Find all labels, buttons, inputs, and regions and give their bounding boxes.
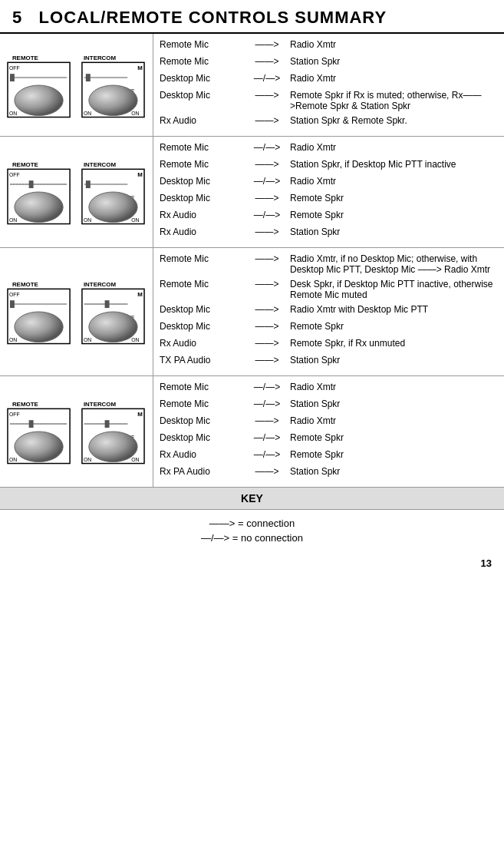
svg-text:OFF: OFF	[9, 412, 20, 417]
panel-graphic-4: REMOTE OFF ON INTERCOM M OFF ON ON	[0, 376, 153, 487]
svg-point-47	[89, 312, 137, 342]
signal-table-2: Remote Mic—/—>Radio XmtrRemote Mic——>Sta…	[153, 137, 504, 247]
svg-text:ON: ON	[9, 217, 17, 223]
signal-destination: Remote Spkr, if Rx unmuted	[290, 337, 498, 349]
signal-source: Desktop Mic	[160, 192, 244, 203]
signal-row: Desktop Mic—/—>Radio Xmtr	[160, 72, 498, 86]
signal-source: Desktop Mic	[160, 72, 244, 84]
signal-source: Rx PA Audio	[160, 465, 244, 477]
signal-table-1: Remote Mic——>Radio XmtrRemote Mic——>Stat…	[153, 34, 504, 136]
svg-point-30	[89, 192, 137, 223]
svg-rect-64	[105, 420, 110, 428]
svg-point-5	[15, 85, 63, 116]
svg-point-56	[15, 432, 63, 462]
signal-row: Rx Audio—/—>Remote Spkr	[160, 209, 498, 223]
signal-destination: Radio Xmtr, if no Desktop Mic; otherwise…	[290, 253, 498, 275]
svg-rect-29	[86, 180, 91, 188]
signal-row: Remote Mic—/—>Radio Xmtr	[160, 381, 498, 395]
signal-destination: Station Spkr	[290, 398, 498, 409]
page-title: 5 LOCAL/REMOTE CONTROLS SUMMARY	[12, 8, 492, 28]
svg-point-13	[89, 85, 137, 116]
svg-text:M: M	[137, 171, 143, 178]
signal-destination: Remote Spkr	[290, 432, 498, 443]
signal-row: Desktop Mic——>Radio Xmtr	[160, 415, 498, 428]
signal-arrow: —/—>	[244, 209, 290, 220]
panel-graphic-3: REMOTE OFF ON INTERCOM M OFF ON ON	[0, 248, 153, 375]
svg-text:ON: ON	[131, 457, 139, 462]
svg-text:ON: ON	[9, 110, 17, 115]
signal-source: Remote Mic	[160, 381, 244, 392]
signal-row: Desktop Mic——>Radio Xmtr with Desktop Mi…	[160, 303, 498, 317]
signal-source: Desktop Mic	[160, 432, 244, 443]
svg-text:REMOTE: REMOTE	[12, 161, 38, 168]
svg-text:REMOTE: REMOTE	[12, 281, 38, 288]
signal-source: Rx Audio	[160, 209, 244, 220]
signal-row: Remote Mic——>Radio Xmtr, if no Desktop M…	[160, 253, 498, 275]
signal-row: Desktop Mic——>Remote Spkr	[160, 320, 498, 334]
signal-arrow: ——>	[244, 192, 290, 203]
signal-arrow: ——>	[244, 114, 290, 126]
signal-table-4: Remote Mic—/—>Radio XmtrRemote Mic—/—>St…	[153, 376, 504, 487]
svg-text:OFF: OFF	[9, 172, 20, 177]
signal-row: Remote Mic——>Station Spkr, if Desktop Mi…	[160, 158, 498, 172]
svg-point-38	[15, 312, 63, 342]
panel-graphic-2: REMOTE OFF ON INTERCOM M OFF ON ON	[0, 137, 153, 247]
signal-destination: Remote Spkr	[290, 320, 498, 332]
section-row-1: REMOTE OFF ON INTERCOM M OFF ON ON	[0, 34, 504, 137]
signal-arrow: —/—>	[244, 432, 290, 443]
svg-text:M: M	[137, 291, 143, 298]
svg-rect-46	[105, 300, 110, 308]
svg-text:REMOTE: REMOTE	[12, 55, 38, 61]
signal-arrow: ——>	[244, 226, 290, 237]
svg-text:ON: ON	[84, 457, 91, 462]
signal-destination: Station Spkr	[290, 55, 498, 67]
signal-source: TX PA Audio	[160, 354, 244, 366]
signal-row: Remote Mic—/—>Radio Xmtr	[160, 141, 498, 155]
signal-destination: Station Spkr	[290, 465, 498, 477]
svg-rect-21	[29, 180, 34, 188]
svg-text:ON: ON	[131, 337, 139, 342]
signal-destination: Station Spkr	[290, 354, 498, 366]
signal-destination: Radio Xmtr with Desktop Mic PTT	[290, 303, 498, 315]
svg-text:ON: ON	[84, 110, 91, 115]
signal-source: Rx Audio	[160, 337, 244, 349]
key-section: KEY	[0, 488, 504, 510]
key-legend-connection: ——> = connection	[8, 518, 496, 529]
signal-arrow: —/—>	[244, 398, 290, 409]
signal-row: Desktop Mic——>Remote Spkr	[160, 192, 498, 206]
svg-rect-12	[86, 74, 91, 81]
signal-source: Remote Mic	[160, 253, 244, 264]
signal-source: Remote Mic	[160, 141, 244, 153]
svg-text:OFF: OFF	[9, 65, 20, 71]
signal-source: Remote Mic	[160, 55, 244, 67]
svg-text:ON: ON	[9, 337, 17, 342]
signal-arrow: —/—>	[244, 175, 290, 187]
svg-text:ON: ON	[131, 110, 139, 115]
signal-destination: Radio Xmtr	[290, 415, 498, 426]
signal-source: Remote Mic	[160, 398, 244, 409]
signal-row: Rx Audio——>Station Spkr	[160, 226, 498, 240]
signal-row: Rx Audio——>Station Spkr & Remote Spkr.	[160, 114, 498, 128]
signal-arrow: ——>	[244, 415, 290, 426]
section-row-4: REMOTE OFF ON INTERCOM M OFF ON ON	[0, 376, 504, 488]
svg-text:REMOTE: REMOTE	[12, 401, 38, 408]
signal-arrow: —/—>	[244, 141, 290, 153]
signal-arrow: ——>	[244, 89, 290, 101]
svg-text:ON: ON	[131, 217, 139, 223]
signal-source: Rx Audio	[160, 114, 244, 126]
page-number: 13	[0, 554, 504, 572]
signal-row: Remote Mic——>Radio Xmtr	[160, 38, 498, 52]
section-row-3: REMOTE OFF ON INTERCOM M OFF ON ON	[0, 248, 504, 376]
signal-row: TX PA Audio——>Station Spkr	[160, 354, 498, 368]
svg-point-22	[15, 192, 63, 223]
signal-row: Remote Mic——>Desk Spkr, if Desktop Mic P…	[160, 278, 498, 300]
svg-rect-55	[29, 420, 34, 428]
signal-destination: Desk Spkr, if Desktop Mic PTT inactive, …	[290, 278, 498, 300]
signal-destination: Radio Xmtr	[290, 175, 498, 187]
signal-arrow: —/—>	[244, 72, 290, 84]
signal-arrow: ——>	[244, 465, 290, 477]
svg-text:ON: ON	[84, 217, 91, 223]
signal-arrow: ——>	[244, 38, 290, 50]
signal-destination: Radio Xmtr	[290, 141, 498, 153]
svg-point-65	[89, 432, 137, 462]
